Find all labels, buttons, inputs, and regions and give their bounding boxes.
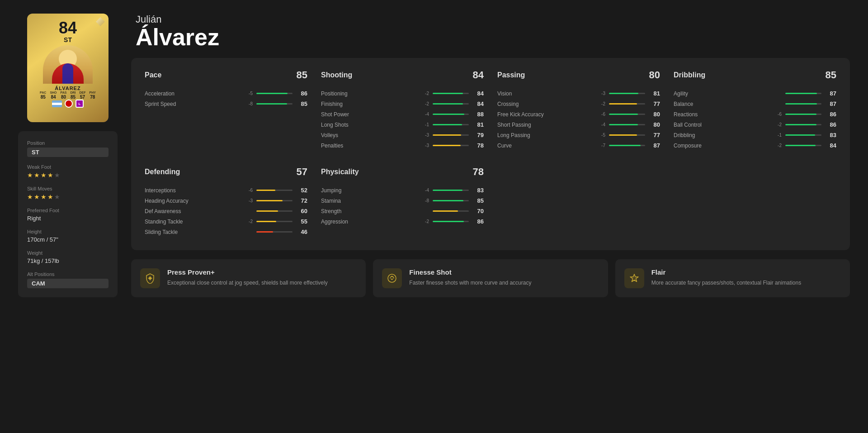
stat-row: Penalties -3 78: [321, 142, 484, 149]
skill-moves-stars: ★ ★ ★ ★ ★: [27, 193, 108, 200]
stat-row: Positioning -2 84: [321, 90, 484, 97]
stat-modifier: -2: [419, 101, 429, 106]
stat-bar-container: [433, 145, 469, 146]
stat-name: Finishing: [321, 101, 415, 107]
svg-point-0: [149, 277, 151, 280]
sm-star-3: ★: [41, 193, 47, 200]
stat-number: 85: [472, 197, 484, 204]
passing-name: Passing: [497, 71, 525, 79]
stat-row: Crossing -2 77: [497, 100, 660, 107]
stat-modifier: -3: [419, 143, 429, 148]
stat-modifier: -3: [595, 91, 605, 96]
flair-icon: [624, 268, 644, 288]
stat-number: 80: [649, 121, 660, 128]
star-1: ★: [27, 171, 33, 179]
stat-bar: [256, 93, 288, 94]
stat-name: Free Kick Accuracy: [497, 111, 592, 118]
stat-bar: [256, 231, 273, 233]
stat-category-dribbling: Dribbling 85 Agility 87 Balance: [674, 69, 836, 152]
trait-info-finesse-shot: Finesse Shot Faster finesse shots with m…: [409, 268, 531, 287]
card-stat-dri: DRI 85: [70, 91, 75, 100]
stat-bar: [433, 103, 463, 105]
stat-modifier: -2: [595, 101, 605, 106]
stat-name: Reactions: [674, 111, 768, 118]
stat-name: Dribbling: [674, 132, 768, 138]
stat-number: 70: [472, 208, 484, 214]
stat-row: Long Passing -5 77: [497, 132, 660, 138]
stat-name: Long Shots: [321, 122, 415, 128]
stat-row: Vision -3 81: [497, 90, 660, 97]
stat-number: 78: [472, 142, 484, 149]
stat-row: Shot Power -4 88: [321, 111, 484, 118]
trait-desc: More accurate fancy passes/shots, contex…: [651, 279, 802, 287]
stat-name: Ball Control: [674, 122, 768, 128]
stat-bar: [433, 145, 461, 146]
trait-desc: Faster finesse shots with more curve and…: [409, 279, 531, 287]
star-2: ★: [34, 171, 40, 179]
stat-row: Heading Accuracy -3 72: [145, 197, 307, 204]
sm-star-1: ★: [27, 193, 33, 200]
stat-category-pace: Pace 85 Acceleration -5 86 Sprint Speed …: [145, 69, 307, 152]
player-first-name: Julián: [136, 14, 850, 25]
stat-modifier: -8: [419, 198, 429, 203]
stat-bar: [433, 93, 463, 94]
stat-name: Positioning: [321, 90, 415, 97]
stat-number: 87: [825, 90, 836, 97]
stat-number: 81: [649, 90, 660, 97]
svg-point-2: [392, 276, 393, 277]
stat-row: Reactions -6 86: [674, 111, 836, 118]
stat-name: Stamina: [321, 198, 415, 204]
skill-moves-label: Skill Moves: [27, 186, 108, 191]
dribbling-name: Dribbling: [674, 71, 705, 79]
weight-value: 71kg / 157lb: [27, 257, 108, 264]
stat-bar-container: [785, 134, 821, 136]
weak-foot-row: Weak Foot ★ ★ ★ ★ ★: [27, 164, 108, 179]
card-flags: L: [52, 100, 84, 108]
left-panel: 84 ST Álvarez PAC 85 SHO 84: [18, 14, 118, 297]
stat-number: 86: [472, 218, 484, 225]
stat-name: Jumping: [321, 187, 415, 194]
stat-name: Standing Tackle: [145, 219, 239, 225]
trait-name: Finesse Shot: [409, 268, 531, 276]
stat-modifier: -1: [772, 133, 782, 138]
stat-row: Long Shots -1 81: [321, 121, 484, 128]
shooting-name: Shooting: [321, 71, 352, 79]
stat-row: Sprint Speed -8 85: [145, 100, 307, 107]
physicality-header: Physicality 78: [321, 166, 484, 181]
stat-modifier: -2: [419, 91, 429, 96]
stat-bar: [785, 134, 815, 136]
stat-bar-container: [785, 93, 821, 94]
stat-name: Shot Power: [321, 111, 415, 118]
stat-row: Balance 87: [674, 100, 836, 107]
stat-name: Long Passing: [497, 132, 592, 138]
info-panel: Position ST Weak Foot ★ ★ ★ ★ ★ Skill Mo…: [18, 131, 118, 297]
stat-modifier: -7: [595, 143, 605, 148]
stat-row: Free Kick Accuracy -6 80: [497, 111, 660, 118]
stat-bar-container: [609, 124, 645, 125]
stat-row: Curve -7 87: [497, 142, 660, 149]
player-last-name: Álvarez: [136, 25, 850, 49]
stat-name: Aggression: [321, 219, 415, 225]
stat-name: Heading Accuracy: [145, 198, 239, 204]
stat-bar: [256, 103, 287, 105]
stat-name: Def Awareness: [145, 208, 239, 214]
height-value: 170cm / 57": [27, 236, 108, 243]
stat-name: Strength: [321, 208, 415, 214]
stat-number: 77: [649, 132, 660, 138]
stat-bar-container: [785, 145, 821, 146]
stat-name: Short Passing: [497, 122, 592, 128]
stat-bar: [785, 124, 816, 125]
league-badge: L: [75, 100, 84, 108]
weak-foot-label: Weak Foot: [27, 164, 108, 170]
stat-number: 83: [472, 187, 484, 194]
defending-overall: 57: [297, 166, 307, 178]
stat-bar: [433, 190, 462, 191]
stat-number: 60: [296, 208, 307, 214]
preferred-foot-label: Preferred Foot: [27, 208, 108, 213]
stat-row: Composure -2 84: [674, 142, 836, 149]
stat-bar-container: [433, 210, 469, 212]
position-row: Position ST: [27, 140, 108, 157]
stat-modifier: -2: [772, 143, 782, 148]
stat-row: Jumping -4 83: [321, 187, 484, 194]
stat-number: 81: [472, 121, 484, 128]
